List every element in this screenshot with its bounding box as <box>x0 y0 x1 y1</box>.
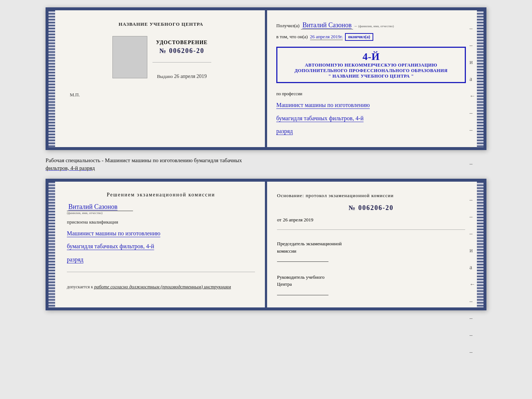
bottom-left-page: Решением экзаменационной комиссии Витали… <box>48 182 266 308</box>
mp-label: М.П. <box>70 92 80 98</box>
completion-date-top: 26 апреля 2019г. <box>310 34 343 40</box>
prof-line2: бумагидля табачных фильтров, 4-й <box>276 114 466 123</box>
rukovoditel-label1: Руководитель учебного <box>277 274 465 281</box>
subtitle-text2: фильтров, 4-й разряд <box>46 165 95 171</box>
udost-title: УДОСТОВЕРЕНИЕ <box>156 40 208 46</box>
udost-block: УДОСТОВЕРЕНИЕ № 006206-20 <box>156 40 208 55</box>
person-name-block-bottom: Виталий Сазонов (фамилия, имя, отчество) <box>67 203 255 215</box>
subtitle-block: Рабочая специальность - Машинист машины … <box>46 157 486 172</box>
top-diploma-book: НАЗВАНИЕ УЧЕБНОГО ЦЕНТРА УДОСТОВЕРЕНИЕ №… <box>46 7 486 150</box>
dopuskaetsya-block: допускается к работе согласно должностны… <box>67 283 255 291</box>
qual-line2: бумагидля табачных фильтров, 4-й <box>67 242 255 251</box>
subtitle-text1: Рабочая специальность - Машинист машины … <box>46 157 242 163</box>
dopuskaetsya-text: работе согласно должностным (производств… <box>94 284 231 289</box>
ot-line: от 26 апреля 2019 <box>277 217 465 223</box>
resheniem-title: Решением экзаменационной комиссии <box>67 192 255 198</box>
fio-caption-top: (фамилия, имя, отчество) <box>358 24 394 28</box>
stamp-line2: ДОПОЛНИТЕЛЬНОГО ПРОФЕССИОНАЛЬНОГО ОБРАЗО… <box>282 68 460 74</box>
right-dashes-top: – – и а ← – – – – <box>470 25 475 167</box>
prof-line3: разряд <box>276 127 466 136</box>
top-left-page: НАЗВАНИЕ УЧЕБНОГО ЦЕНТРА УДОСТОВЕРЕНИЕ №… <box>48 10 266 147</box>
udost-number: № 006206-20 <box>156 47 208 55</box>
photo-placeholder <box>112 36 147 78</box>
vydano-label: Выдано <box>157 74 173 79</box>
qual-line3: разряд <box>67 255 255 264</box>
vtom-label: в том, что он(а) <box>276 34 308 40</box>
prof-line1: Машинист машины по изготовлению <box>276 100 466 110</box>
rukovoditel-signature <box>277 288 328 295</box>
rukovoditel-block: Руководитель учебного Центра <box>277 274 465 298</box>
recipient-name-bottom: Виталий Сазонов <box>67 203 133 211</box>
rukovoditel-label2: Центра <box>277 281 465 288</box>
osnovanie-title: Основание: протокол экзаменационной коми… <box>277 192 465 199</box>
protocol-number-bottom: № 006206-20 <box>277 204 465 212</box>
predsedatel-signature <box>277 254 328 262</box>
vtom-line: в том, что он(а) 26 апреля 2019г. окончи… <box>276 33 466 41</box>
vydano-date: 26 апреля 2019 <box>174 74 207 79</box>
qual-line1: Машинист машины по изготовлению <box>67 229 255 238</box>
okonchil-label: окончил(а) <box>345 33 373 41</box>
po-professii-label: по профессии <box>276 91 466 97</box>
stamp-line3: " НАЗВАНИЕ УЧЕБНОГО ЦЕНТРА " <box>282 74 460 79</box>
bottom-right-page: Основание: протокол экзаменационной коми… <box>266 182 484 308</box>
ot-label: от <box>277 217 281 223</box>
prisvoyena-label: присвоена квалификация <box>67 219 255 225</box>
predsedatel-label1: Председатель экзаменационной <box>277 240 465 247</box>
recipient-name-top: Виталий Сазонов <box>301 21 353 29</box>
dopuskaetsya-label: допускается к <box>67 284 93 289</box>
fio-caption-bottom: (фамилия, имя, отчество) <box>67 211 103 215</box>
predsedatel-block: Председатель экзаменационной комиссии <box>277 240 465 264</box>
poluchil-label: Получил(а) <box>276 23 299 29</box>
ot-date: 26 апреля 2019 <box>283 217 313 223</box>
top-center-label: НАЗВАНИЕ УЧЕБНОГО ЦЕНТРА <box>119 21 204 27</box>
top-right-page: Получил(а) Виталий Сазонов – (фамилия, и… <box>266 10 484 147</box>
bottom-diploma-book: Решением экзаменационной комиссии Витали… <box>46 179 486 311</box>
stamp-highlight: 4-й <box>363 51 380 63</box>
vydano-line: Выдано 26 апреля 2019 <box>157 74 207 79</box>
stamp-line1: АВТОНОМНУЮ НЕКОММЕРЧЕСКУЮ ОРГАНИЗАЦИЮ <box>282 63 460 68</box>
predsedatel-label2: комиссии <box>277 247 465 255</box>
right-dashes-bottom: – – – и а ← – – – – <box>470 196 475 355</box>
stamp-block: 4-й АВТОНОМНУЮ НЕКОММЕРЧЕСКУЮ ОРГАНИЗАЦИ… <box>276 47 466 83</box>
poluchil-line: Получил(а) Виталий Сазонов – (фамилия, и… <box>276 21 466 29</box>
